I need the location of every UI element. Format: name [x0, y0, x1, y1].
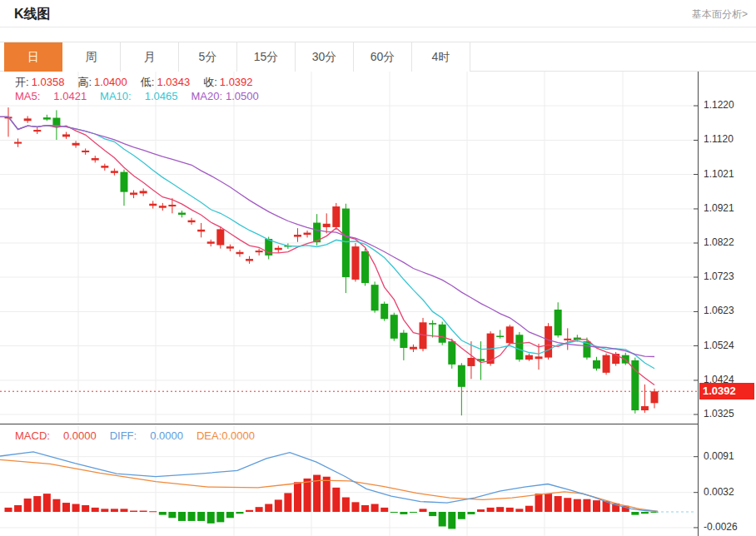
price-axis-label: 1.0524 — [704, 340, 734, 351]
close-value: 1.0392 — [220, 76, 253, 88]
period-tab-bar: 日周月5分15分30分60分4时 — [0, 42, 756, 72]
macd-axis-label: 0.0091 — [704, 450, 734, 462]
tab-5min[interactable]: 5分 — [179, 42, 237, 72]
tab-day[interactable]: 日 — [4, 42, 62, 72]
tab-30min[interactable]: 30分 — [296, 42, 354, 72]
macd-axis-label: -0.0026 — [704, 521, 738, 533]
open-value: 1.0358 — [32, 76, 65, 88]
ma10-label: MA10: — [100, 90, 132, 102]
price-axis-label: 1.1021 — [704, 168, 734, 180]
tab-15min[interactable]: 15分 — [237, 42, 296, 72]
macd-label: MACD: — [15, 429, 50, 442]
tab-month[interactable]: 月 — [121, 42, 179, 72]
ma10-value: 1.0465 — [145, 90, 178, 102]
price-axis-label: 1.0822 — [704, 236, 734, 248]
low-label: 低: — [141, 76, 155, 88]
open-label: 开: — [15, 76, 29, 88]
tab-4hour[interactable]: 4时 — [412, 42, 470, 72]
price-axis-label: 1.0921 — [704, 202, 734, 214]
page-header: K线图 基本面分析> — [0, 0, 756, 27]
low-value: 1.0343 — [157, 76, 190, 88]
price-axis-label: 1.1220 — [704, 99, 734, 111]
price-axis-label: 1.0623 — [704, 305, 734, 316]
current-price-badge: 1.0392 — [699, 383, 754, 400]
price-axis-label: 1.0325 — [704, 408, 734, 419]
price-axis-label: 1.1120 — [704, 133, 734, 145]
diff-value: 0.0000 — [150, 429, 183, 442]
macd-value: 0.0000 — [63, 429, 97, 442]
main-candlestick-chart[interactable] — [0, 72, 698, 424]
diff-label: DIFF: — [110, 429, 137, 442]
tab-60min[interactable]: 60分 — [354, 42, 412, 72]
chart-area: 开:1.0358高:1.0400低:1.0343收:1.0392 MA5:1.0… — [0, 72, 756, 536]
tab-week[interactable]: 周 — [62, 42, 121, 72]
macd-readout: MACD:0.0000DIFF:0.0000DEA:0.0000 — [15, 429, 257, 442]
ma20-value: 1.0500 — [226, 90, 259, 102]
price-axis: 1.0392 1.12201.11201.10211.09211.08221.0… — [698, 72, 756, 536]
page-title: K线图 — [14, 6, 51, 23]
fundamental-analysis-link[interactable]: 基本面分析> — [692, 7, 748, 22]
high-value: 1.0400 — [94, 76, 127, 88]
high-label: 高: — [77, 76, 92, 88]
price-axis-label: 1.0723 — [704, 270, 734, 282]
close-label: 收: — [203, 76, 217, 88]
dea-value: 0.0000 — [221, 429, 255, 442]
price-axis-label: 1.0424 — [704, 374, 734, 385]
ma5-value: 1.0421 — [53, 90, 87, 102]
dea-label: DEA: — [196, 429, 221, 442]
ma5-label: MA5: — [15, 90, 40, 102]
ohlc-readout: 开:1.0358高:1.0400低:1.0343收:1.0392 — [15, 75, 266, 90]
ma-readout: MA5:1.0421MA10:1.0465MA20:1.0500 — [15, 90, 261, 102]
ma20-label: MA20: — [191, 90, 222, 102]
macd-indicator-chart[interactable] — [0, 426, 698, 536]
macd-axis-label: 0.0032 — [704, 486, 734, 498]
